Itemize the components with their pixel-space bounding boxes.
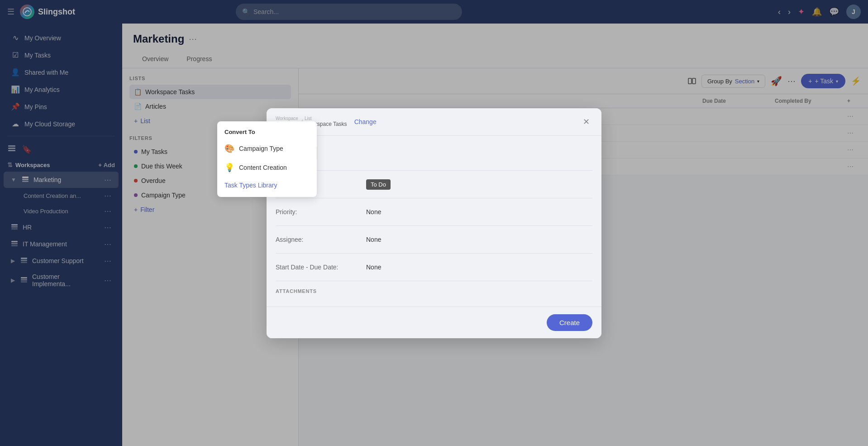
create-button[interactable]: Create xyxy=(547,314,592,331)
modal-divider xyxy=(276,170,592,171)
modal-divider xyxy=(276,225,592,226)
convert-title: Convert To xyxy=(217,125,317,139)
convert-item-label: Campaign Type xyxy=(239,145,283,152)
modal-divider xyxy=(276,281,592,281)
status-badge[interactable]: To Do xyxy=(366,179,391,190)
modal-body: Task ▾ Status:* To Do Priority: None xyxy=(267,136,601,307)
change-button[interactable]: Change xyxy=(354,118,377,125)
modal-header: Workspace Marketing / List Workspace Tas… xyxy=(267,108,601,136)
modal-overlay[interactable]: Workspace Marketing / List Workspace Tas… xyxy=(0,0,868,446)
field-status: Status:* To Do xyxy=(276,176,592,192)
field-priority: Priority: None xyxy=(276,204,592,220)
task-types-library-link[interactable]: Task Types Library xyxy=(217,177,317,193)
field-assignee: Assignee: None xyxy=(276,231,592,248)
campaign-icon: 🎨 xyxy=(224,144,234,153)
attachments-title: ATTACHMENTS xyxy=(276,288,592,294)
field-value-status[interactable]: To Do xyxy=(366,181,391,188)
modal-divider xyxy=(276,253,592,254)
convert-item-label: Content Creation xyxy=(239,164,287,171)
task-modal: Workspace Marketing / List Workspace Tas… xyxy=(267,108,601,338)
modal-close-button[interactable]: ✕ xyxy=(580,115,592,128)
modal-divider xyxy=(276,198,592,198)
convert-item-campaign[interactable]: 🎨 Campaign Type xyxy=(217,139,317,158)
task-type-row: Task ▾ xyxy=(276,145,592,161)
field-dates: Start Date - Due Date: None xyxy=(276,259,592,275)
convert-dropdown: Convert To 🎨 Campaign Type 💡 Content Cre… xyxy=(217,121,317,197)
modal-footer: Create xyxy=(267,307,601,338)
convert-item-content[interactable]: 💡 Content Creation xyxy=(217,158,317,177)
content-icon: 💡 xyxy=(224,163,234,173)
